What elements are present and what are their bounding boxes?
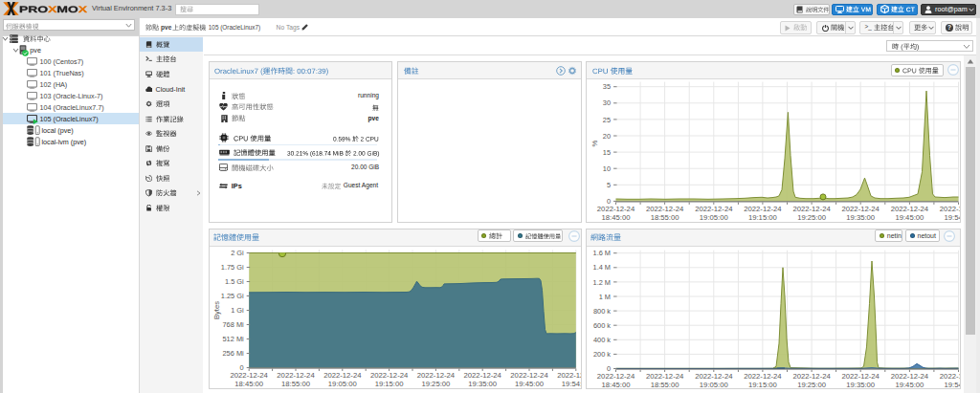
svg-text:2022-12-24: 2022-12-24 — [695, 372, 733, 381]
svg-text:1 Gi: 1 Gi — [231, 306, 244, 315]
svg-text:%: % — [590, 140, 599, 146]
svg-text:1.5 Gi: 1.5 Gi — [225, 277, 244, 286]
svg-text:19:15:00: 19:15:00 — [748, 381, 777, 388]
svg-text:19:25:00: 19:25:00 — [797, 212, 826, 221]
svg-text:2022-12-24: 2022-12-24 — [277, 371, 315, 380]
svg-text:2022-12-24: 2022-12-24 — [417, 371, 456, 380]
svg-text:2022-12-24: 2022-12-24 — [323, 371, 362, 380]
svg-text:2022-12-24: 2022-12-24 — [792, 372, 831, 381]
svg-text:Bytes: Bytes — [212, 300, 221, 318]
svg-text:19:54:00: 19:54:00 — [945, 381, 960, 388]
svg-text:768 Mi: 768 Mi — [223, 320, 245, 329]
svg-text:19:54:00: 19:54:00 — [945, 212, 960, 221]
svg-text:2022-12-24: 2022-12-24 — [370, 371, 409, 380]
svg-text:19:05:00: 19:05:00 — [700, 381, 728, 388]
svg-text:1.2 M: 1.2 M — [593, 277, 611, 286]
svg-text:5: 5 — [607, 180, 611, 188]
svg-text:1.25 Gi: 1.25 Gi — [221, 292, 244, 300]
svg-text:18:55:00: 18:55:00 — [651, 381, 679, 388]
svg-text:30: 30 — [603, 98, 611, 107]
svg-text:18:55:00: 18:55:00 — [651, 212, 679, 221]
svg-text:2022-12-24: 2022-12-24 — [597, 372, 635, 381]
svg-text:2022-12-24: 2022-12-24 — [646, 372, 684, 381]
svg-text:19:05:00: 19:05:00 — [328, 380, 357, 388]
svg-text:2022-12-24: 2022-12-24 — [891, 205, 929, 213]
svg-text:2022-12-24: 2022-12-24 — [744, 205, 782, 213]
svg-text:2022-12-24: 2022-12-24 — [464, 371, 502, 380]
svg-text:18:45:00: 18:45:00 — [234, 380, 263, 388]
svg-text:2022-12-24: 2022-12-24 — [695, 205, 733, 213]
svg-text:2022-12-24: 2022-12-24 — [646, 205, 684, 213]
svg-text:19:35:00: 19:35:00 — [468, 380, 497, 388]
svg-text:400 k: 400 k — [593, 335, 611, 343]
svg-text:25: 25 — [603, 115, 611, 123]
svg-text:19:35:00: 19:35:00 — [846, 212, 875, 221]
svg-text:19:25:00: 19:25:00 — [797, 381, 826, 388]
svg-text:800 k: 800 k — [593, 306, 611, 315]
svg-text:2022-12-24: 2022-12-24 — [792, 205, 831, 213]
svg-text:2022-12-24: 2022-12-24 — [842, 205, 880, 213]
svg-text:15: 15 — [603, 147, 611, 156]
svg-text:19:05:00: 19:05:00 — [700, 212, 728, 221]
svg-text:2022-12-24: 2022-12-24 — [557, 371, 581, 380]
svg-text:19:45:00: 19:45:00 — [895, 381, 924, 388]
svg-text:200 k: 200 k — [593, 350, 611, 359]
svg-text:2022-12-24: 2022-12-24 — [891, 372, 929, 381]
svg-text:18:45:00: 18:45:00 — [602, 212, 631, 221]
svg-text:19:15:00: 19:15:00 — [375, 380, 404, 388]
svg-text:2022-12-24: 2022-12-24 — [842, 372, 880, 381]
svg-text:35: 35 — [603, 82, 611, 91]
svg-text:20: 20 — [603, 131, 611, 140]
svg-text:256 Mi: 256 Mi — [223, 349, 245, 358]
svg-text:19:45:00: 19:45:00 — [895, 212, 924, 221]
svg-text:2022-12-24: 2022-12-24 — [940, 372, 960, 381]
svg-text:1.6 M: 1.6 M — [593, 249, 611, 257]
svg-text:600 k: 600 k — [593, 320, 611, 329]
svg-text:2 Gi: 2 Gi — [231, 249, 244, 257]
svg-text:19:35:00: 19:35:00 — [846, 381, 875, 388]
svg-text:?: ? — [947, 24, 951, 31]
svg-text:2022-12-24: 2022-12-24 — [744, 372, 782, 381]
svg-text:2022-12-24: 2022-12-24 — [231, 371, 269, 380]
svg-text:2022-12-24: 2022-12-24 — [597, 205, 635, 213]
svg-text:1.4 M: 1.4 M — [593, 263, 611, 272]
svg-text:10: 10 — [603, 164, 611, 172]
svg-text:18:45:00: 18:45:00 — [602, 381, 631, 388]
svg-text:19:45:00: 19:45:00 — [515, 380, 544, 388]
svg-text:2022-12-24: 2022-12-24 — [940, 205, 960, 213]
svg-text:1 M: 1 M — [599, 292, 611, 300]
svg-text:19:25:00: 19:25:00 — [421, 380, 450, 388]
svg-text:2022-12-24: 2022-12-24 — [510, 371, 548, 380]
svg-text:19:54:00: 19:54:00 — [562, 380, 581, 388]
svg-text:19:15:00: 19:15:00 — [748, 212, 777, 221]
svg-text:18:55:00: 18:55:00 — [281, 380, 310, 388]
svg-text:512 Mi: 512 Mi — [223, 335, 245, 343]
svg-text:1.75 Gi: 1.75 Gi — [221, 263, 244, 272]
